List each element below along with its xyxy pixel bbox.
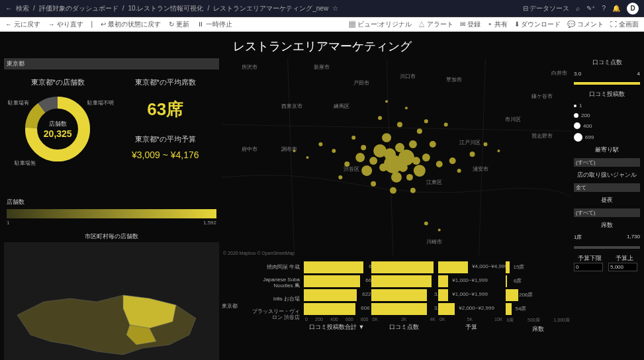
svg-point-34: [484, 142, 488, 146]
bc-sheet[interactable]: レストランエリアマーケティング_new: [213, 4, 328, 13]
pause-button[interactable]: ⏸ 一時停止: [197, 20, 232, 29]
avatar[interactable]: D: [627, 3, 639, 15]
svg-point-14: [369, 157, 377, 165]
svg-point-8: [414, 165, 426, 177]
bc-search[interactable]: 検索: [16, 4, 29, 13]
subscribe-button[interactable]: ✉ 登録: [460, 20, 481, 29]
search-icon[interactable]: ⌕: [576, 5, 580, 12]
svg-point-31: [457, 169, 461, 173]
edit-icon[interactable]: ✎⁺: [586, 5, 595, 12]
chart-reviews[interactable]: 698 664 622 606 0200400600800 口コミ投稿数合計 ▼: [304, 259, 370, 352]
budget-high-input[interactable]: [608, 263, 637, 271]
time-select[interactable]: (すべて): [574, 208, 640, 217]
svg-point-21: [470, 152, 475, 157]
revert-button[interactable]: ↩ 最初の状態に戻す: [101, 20, 161, 29]
restaurant-3: ブラッスリー・ヴィロン 渋谷店: [250, 309, 300, 321]
genre-select[interactable]: 全て: [574, 183, 640, 192]
back-icon[interactable]: ←: [5, 5, 12, 12]
city-edogawa: 江戸川区: [459, 140, 481, 146]
map2-attribution: © 2020 Mapbox © OpenStreetMap: [223, 251, 295, 255]
seats-value: 63席: [112, 90, 220, 129]
time-filter-header: 昼夜: [574, 196, 640, 204]
star-icon[interactable]: ☆: [332, 5, 338, 12]
chart1-title: 口コミ投稿数合計 ▼: [304, 322, 370, 332]
city-nishitokyo: 西東京市: [281, 103, 302, 109]
choropleth-map[interactable]: © 2020 Mapbox © OpenStreetMap: [4, 242, 219, 360]
park-unk-label: 駐車場不明: [87, 99, 114, 107]
chart-prefecture: 東京都: [222, 302, 248, 310]
svg-point-7: [361, 165, 372, 176]
city-niiza: 新座市: [314, 64, 330, 70]
svg-point-36: [424, 119, 428, 123]
score-slider[interactable]: [574, 82, 640, 85]
bc-workbook[interactable]: 10.レストラン情報可視化: [128, 4, 204, 13]
svg-point-44: [361, 145, 366, 150]
station-select[interactable]: (すべて): [574, 158, 640, 167]
header-tools: ⊟ データソース ⌕ ✎⁺ ? 🔔 D: [523, 3, 639, 15]
city-ichikawa: 市川区: [505, 116, 521, 122]
svg-point-17: [436, 161, 443, 167]
chart-budget[interactable]: ¥4,000~¥4,999 ¥1,000~¥1,999 ¥1,000~¥1,99…: [438, 259, 504, 352]
seats-header: 東京都*の平均席数: [112, 72, 220, 90]
fullscreen-button[interactable]: ⛶ 全画面: [610, 20, 639, 29]
budget-low-input[interactable]: [574, 263, 603, 271]
seats-filter-header: 席数: [574, 221, 640, 230]
svg-point-18: [449, 158, 456, 164]
stores-header: 東京都*の店舗数: [4, 72, 112, 90]
svg-point-19: [332, 149, 336, 153]
view-button[interactable]: ▦ ビュー:オリジナル: [349, 20, 412, 29]
stores-slider[interactable]: [7, 209, 216, 218]
city-kamagaya: 鎌ケ谷市: [531, 93, 553, 99]
main-map[interactable]: 所沢市 新座市 戸田市 川口市 草加市 西東京市 練馬区 渋谷区 府中市 調布市…: [222, 58, 571, 257]
help-icon[interactable]: ?: [602, 5, 606, 12]
chart-seats[interactable]: 15席 6席 206席 54席 0席500席1,000席 席数: [506, 259, 572, 352]
chart-score[interactable]: 4.0 3.9 3.6 3.6 0K2K4K 口コミ点数: [371, 259, 437, 352]
svg-point-10: [409, 140, 417, 148]
header-bar: ← 検索/ 評価対象のダッシュボード/ 10.レストラン情報可視化/ レストラン…: [0, 0, 644, 17]
city-nerima: 練馬区: [333, 103, 349, 109]
restaurant-2: bills お台場: [250, 296, 300, 302]
svg-point-25: [430, 141, 436, 148]
svg-point-41: [395, 143, 404, 152]
toolbar: ← 元に戻す → やり直す| ↩ 最初の状態に戻す ↻ 更新 ⏸ 一時停止 ▦ …: [0, 17, 644, 32]
svg-point-47: [438, 229, 441, 232]
city-tokorozawa: 所沢市: [242, 64, 257, 70]
svg-point-43: [406, 174, 413, 181]
breadcrumb: ← 検索/ 評価対象のダッシュボード/ 10.レストラン情報可視化/ レストラン…: [5, 4, 523, 13]
bc-eval[interactable]: 評価対象のダッシュボード: [39, 4, 118, 13]
filters-panel: 口コミ点数 3.04 口コミ投稿数 1 200 400 699 最寄り駅 (すべ…: [574, 58, 640, 360]
svg-point-29: [371, 181, 376, 187]
svg-point-20: [318, 142, 322, 146]
chart3-title: 予算: [438, 322, 504, 332]
refresh-button[interactable]: ↻ 更新: [169, 20, 189, 29]
share-button[interactable]: ⚬ 共有: [487, 20, 508, 29]
budget-high-header: 予算上: [608, 254, 640, 263]
download-button[interactable]: ⬇ ダウンロード: [514, 20, 561, 29]
svg-point-11: [355, 153, 365, 162]
seats-slider[interactable]: [574, 246, 640, 249]
comment-button[interactable]: 💬 コメント: [567, 20, 604, 29]
region-selector[interactable]: 東京都: [4, 58, 219, 69]
svg-point-30: [338, 175, 342, 179]
city-shibuya: 渋谷区: [344, 166, 359, 172]
chart4-title: 席数: [506, 324, 572, 334]
budget-header: 東京都*の平均予算: [112, 129, 220, 147]
svg-point-15: [398, 163, 408, 172]
redo-button[interactable]: → やり直す: [48, 20, 83, 29]
city-kawaguchi: 川口市: [400, 73, 416, 79]
bar-charts: 東京都 焼肉問屋 牛蔵 Japanese Soba Noodles 蔦 bill…: [222, 259, 571, 352]
chart2-title: 口コミ点数: [371, 322, 437, 332]
svg-point-27: [390, 187, 396, 194]
page-title: レストランエリアマーケティング: [4, 34, 640, 58]
posts-filter-header: 口コミ投稿数: [574, 90, 640, 99]
bell-icon[interactable]: 🔔: [612, 5, 620, 12]
budget-value: ¥3,009 ~ ¥4,176: [112, 147, 220, 163]
donut-chart[interactable]: 店舗数 20,325 駐車場有 駐車場不明 駐車場無: [21, 93, 94, 165]
svg-point-35: [497, 150, 500, 152]
svg-point-24: [417, 128, 422, 134]
alert-button[interactable]: △ アラート: [418, 20, 453, 29]
undo-button[interactable]: ← 元に戻す: [5, 20, 40, 29]
svg-point-22: [397, 122, 402, 127]
svg-point-38: [385, 100, 388, 103]
datasource-link[interactable]: ⊟ データソース: [523, 4, 570, 13]
